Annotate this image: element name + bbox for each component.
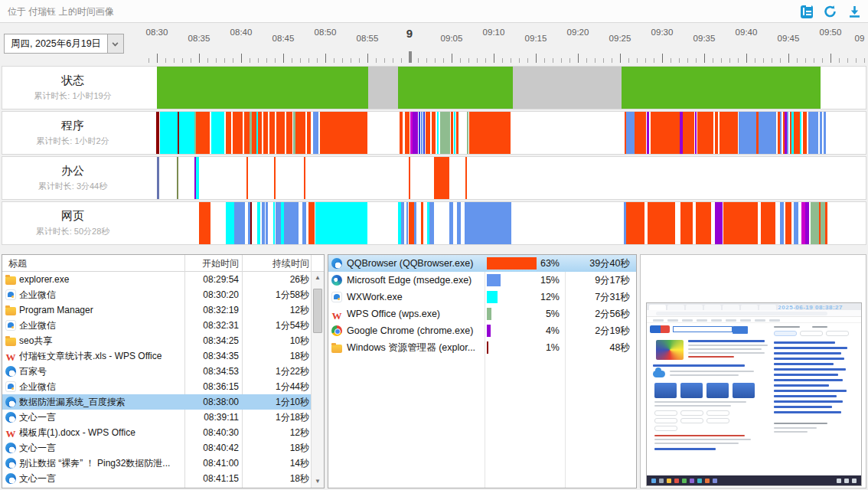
- timeline-segment[interactable]: [368, 67, 398, 109]
- timeline-segment[interactable]: [286, 112, 292, 154]
- timeline-segment[interactable]: [423, 112, 425, 154]
- timeline-segment[interactable]: [437, 112, 439, 154]
- program-row[interactable]: Windows 资源管理器 (explor...1%48秒: [328, 339, 636, 356]
- timeline-segment[interactable]: [199, 202, 210, 244]
- timeline-segment[interactable]: [258, 112, 262, 154]
- timeline-lane[interactable]: [143, 67, 866, 109]
- timeline-segment[interactable]: [160, 112, 178, 154]
- timeline-segment[interactable]: [426, 112, 430, 154]
- timeline-segment[interactable]: [257, 202, 260, 244]
- timeline-segment[interactable]: [720, 112, 738, 154]
- timeline-segment[interactable]: [696, 202, 711, 244]
- program-row[interactable]: WPS Office (wps.exe)5%2分56秒: [328, 305, 636, 322]
- table-row[interactable]: 文心一言08:40:4218秒: [2, 440, 324, 456]
- timeline-segment[interactable]: [635, 112, 646, 154]
- timeline-segment[interactable]: [787, 112, 788, 154]
- table-row[interactable]: 付瑞钰文章统计表.xls - WPS Office08:34:3518秒: [2, 348, 324, 364]
- timeline-segment[interactable]: [400, 112, 403, 154]
- timeline-segment[interactable]: [780, 112, 782, 154]
- table-row[interactable]: 百家号08:34:531分22秒: [2, 364, 324, 379]
- timeline-segment[interactable]: [274, 157, 276, 199]
- timeline-lane[interactable]: [143, 157, 866, 199]
- table-row[interactable]: 文心一言08:41:1518秒: [2, 471, 324, 486]
- table-row[interactable]: 别让数据 “裸奔” ！ Ping32数据防泄...08:41:0014秒: [2, 456, 324, 471]
- timeline-segment[interactable]: [467, 112, 468, 154]
- timeline-segment[interactable]: [759, 112, 776, 154]
- timeline-segment[interactable]: [820, 112, 822, 154]
- timeline-segment[interactable]: [451, 112, 453, 154]
- timeline-segment[interactable]: [156, 112, 159, 154]
- timeline-segment[interactable]: [295, 112, 305, 154]
- timeline-segment[interactable]: [177, 157, 178, 199]
- timeline-segment[interactable]: [465, 157, 467, 199]
- timeline-segment[interactable]: [808, 112, 818, 154]
- program-row[interactable]: Google Chrome (chrome.exe)4%2分19秒: [328, 322, 636, 339]
- timeline-segment[interactable]: [683, 112, 694, 154]
- timeline-segment[interactable]: [398, 67, 513, 109]
- timeline-segment[interactable]: [824, 112, 826, 154]
- timeline-segment[interactable]: [465, 202, 511, 244]
- timeline-segment[interactable]: [715, 202, 723, 244]
- timeline-segment[interactable]: [421, 112, 423, 154]
- scroll-down-button[interactable]: ▼: [312, 475, 324, 488]
- timeline-segment[interactable]: [276, 202, 281, 244]
- scrollbar-thumb[interactable]: [313, 289, 322, 333]
- timeline-segment[interactable]: [429, 202, 434, 244]
- timeline-segment[interactable]: [456, 112, 458, 154]
- timeline-segment[interactable]: [263, 112, 268, 154]
- timeline-segment[interactable]: [449, 202, 453, 244]
- timeline-segment[interactable]: [302, 202, 306, 244]
- timeline-segment[interactable]: [780, 202, 784, 244]
- timeline-segment[interactable]: [312, 202, 315, 244]
- timeline-segment[interactable]: [234, 202, 245, 244]
- timeline-segment[interactable]: [785, 202, 791, 244]
- timeline-segment[interactable]: [409, 157, 410, 199]
- timeline-segment[interactable]: [626, 202, 644, 244]
- timeline-segment[interactable]: [246, 157, 248, 199]
- timeline-segment[interactable]: [157, 67, 368, 109]
- timeline-segment[interactable]: [304, 157, 305, 199]
- timeline-segment[interactable]: [794, 112, 800, 154]
- timeline-segment[interactable]: [405, 112, 410, 154]
- table-row[interactable]: 模板库(1).docx - WPS Office08:40:3012秒: [2, 425, 324, 440]
- scroll-up-button[interactable]: ▲: [312, 272, 324, 284]
- program-row[interactable]: Microsoft Edge (msedge.exe)15%9分17秒: [328, 272, 636, 289]
- timeline-segment[interactable]: [647, 112, 649, 154]
- timeline-segment[interactable]: [434, 157, 449, 199]
- table-row[interactable]: Program Manager08:32:1912秒: [2, 302, 324, 318]
- timeline-segment[interactable]: [421, 202, 423, 244]
- timeline-segment[interactable]: [196, 157, 199, 199]
- report-icon[interactable]: [801, 5, 813, 18]
- table-row[interactable]: 企业微信08:36:151分44秒: [2, 379, 324, 394]
- timeline-segment[interactable]: [406, 202, 408, 244]
- timeline-segment[interactable]: [695, 112, 697, 154]
- timeline-segment[interactable]: [269, 112, 275, 154]
- timeline-segment[interactable]: [432, 112, 436, 154]
- timeline-segment[interactable]: [825, 202, 827, 244]
- date-picker-dropdown-button[interactable]: [107, 34, 123, 53]
- timeline-segment[interactable]: [276, 112, 285, 154]
- timeline-segment[interactable]: [226, 202, 234, 244]
- timeline-segment[interactable]: [233, 112, 243, 154]
- timeline-segment[interactable]: [409, 202, 414, 244]
- timeline-segment[interactable]: [262, 202, 265, 244]
- timeline-segment[interactable]: [315, 202, 367, 244]
- timeline-segment[interactable]: [794, 202, 798, 244]
- refresh-icon[interactable]: [823, 5, 837, 18]
- table-row[interactable]: 企业微信08:32:311分54秒: [2, 318, 324, 333]
- timeline-segment[interactable]: [307, 112, 311, 154]
- table-row[interactable]: 数据防泄漏系统_百度搜索08:38:001分10秒: [2, 394, 324, 410]
- table-scrollbar[interactable]: ▲ ▼: [311, 272, 324, 488]
- timeline-segment[interactable]: [697, 112, 713, 154]
- timeline-segment[interactable]: [413, 112, 418, 154]
- table-row[interactable]: 企业微信08:30:201分58秒: [2, 287, 324, 302]
- timeline-segment[interactable]: [284, 202, 299, 244]
- timeline-segment[interactable]: [715, 112, 718, 154]
- program-row[interactable]: QQBrowser (QQBrowser.exe)63%39分40秒: [328, 255, 636, 272]
- timeline-segment[interactable]: [651, 112, 680, 154]
- program-row[interactable]: WXWork.exe12%7分31秒: [328, 289, 636, 305]
- timeline-segment[interactable]: [469, 112, 511, 154]
- timeline-segment[interactable]: [454, 112, 455, 154]
- timeline-segment[interactable]: [803, 112, 807, 154]
- timeline-segment[interactable]: [811, 202, 819, 244]
